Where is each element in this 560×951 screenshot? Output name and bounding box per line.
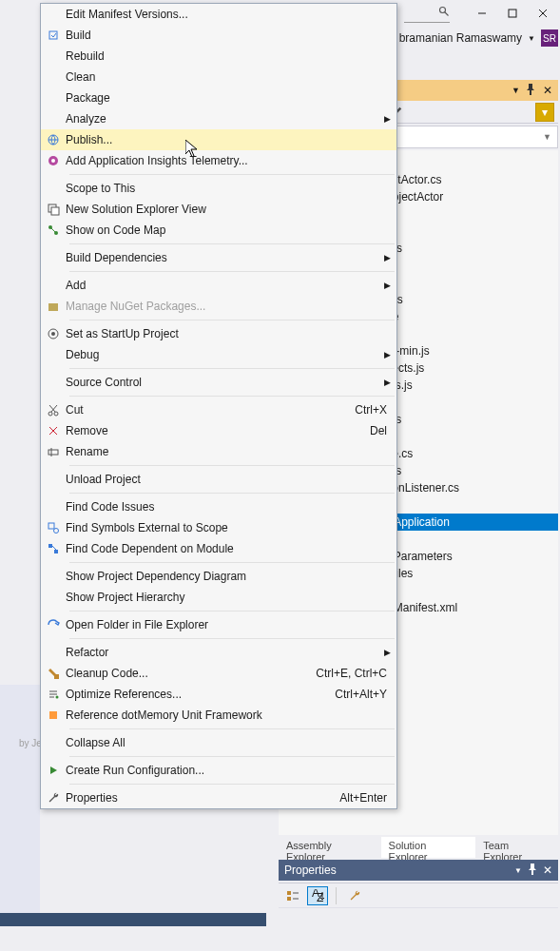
menu-item[interactable]: Debug▶ [41, 344, 396, 365]
menu-item[interactable]: Add▶ [41, 275, 396, 296]
close-panel-button[interactable]: ✕ [543, 864, 552, 877]
tab-team-explorer[interactable]: Team Explorer [475, 837, 558, 858]
svg-point-78 [54, 529, 59, 534]
alphabetical-button[interactable]: AZ [307, 886, 328, 905]
menu-item[interactable]: Find Symbols External to Scope [41, 517, 396, 538]
props-icon [41, 791, 66, 805]
chevron-down-icon: ▼ [528, 34, 535, 43]
menu-item[interactable]: Unload Project [41, 469, 396, 490]
menu-item-label: Find Code Issues [66, 500, 396, 514]
menu-item-label: Scope to This [66, 182, 396, 195]
svg-point-86 [56, 696, 59, 699]
menu-item[interactable]: Build [41, 25, 396, 46]
chevron-down-icon[interactable]: ▼ [512, 86, 520, 95]
menu-item[interactable]: Find Code Dependent on Module [41, 538, 396, 559]
menu-item-label: Show Project Hierarchy [66, 591, 396, 604]
menu-item[interactable]: Open Folder in File Explorer [41, 614, 396, 635]
menu-item[interactable]: Edit Manifest Versions... [41, 4, 396, 25]
menu-item-shortcut: Del [370, 424, 396, 437]
submenu-arrow-icon: ▶ [384, 648, 391, 657]
menu-item[interactable]: CutCtrl+X [41, 399, 396, 420]
close-button[interactable] [528, 2, 558, 25]
menu-item[interactable]: Source Control▶ [41, 372, 396, 393]
menu-item[interactable]: Publish... [41, 129, 396, 150]
menu-item-label: Reference dotMemory Unit Framework [66, 708, 396, 722]
menu-item-shortcut: Alt+Enter [339, 791, 396, 805]
tab-assembly-explorer[interactable]: Assembly Explorer [279, 837, 381, 858]
menu-item[interactable]: Refactor▶ [41, 642, 396, 663]
menu-item-shortcut: Ctrl+X [355, 403, 396, 417]
menu-item[interactable]: Set as StartUp Project [41, 323, 396, 344]
close-panel-button[interactable]: ✕ [541, 84, 554, 97]
menu-item[interactable]: Create Run Configuration... [41, 760, 396, 781]
menu-item[interactable]: Cleanup Code...Ctrl+E, Ctrl+C [41, 663, 396, 684]
submenu-arrow-icon: ▶ [384, 378, 391, 387]
finddep-icon [41, 542, 66, 555]
maximize-button[interactable] [497, 2, 528, 25]
pin-icon[interactable] [528, 864, 537, 878]
menu-item[interactable]: Package [41, 87, 396, 108]
remove-icon [41, 424, 66, 437]
menu-item-shortcut: Ctrl+Alt+Y [335, 688, 396, 701]
toolbar-overflow-button[interactable]: ▾ [535, 103, 554, 122]
publish-icon [41, 133, 66, 146]
menu-item[interactable]: Analyze▶ [41, 108, 396, 129]
svg-rect-51 [287, 897, 291, 901]
menu-item-label: Open Folder in File Explorer [66, 618, 396, 631]
menu-item-shortcut: Ctrl+E, Ctrl+C [316, 667, 396, 680]
menu-item[interactable]: Show on Code Map [41, 220, 396, 241]
ai-icon [41, 154, 66, 167]
menu-item-label: Add Application Insights Telemetry... [66, 154, 396, 167]
menu-item[interactable]: Scope to This [41, 178, 396, 199]
rename-icon [41, 445, 66, 458]
title-search[interactable] [404, 6, 450, 23]
menu-item[interactable]: Find Code Issues [41, 496, 396, 517]
user-badge: SR [541, 29, 558, 47]
cut-icon [41, 403, 66, 417]
categorized-button[interactable] [282, 886, 303, 905]
menu-item[interactable]: Reference dotMemory Unit Framework [41, 705, 396, 726]
explorer-tabs: Assembly Explorer Solution Explorer Team… [279, 837, 558, 858]
user-menu[interactable]: bramanian Ramaswamy ▼ SR [399, 29, 558, 48]
minimize-button[interactable] [467, 2, 497, 25]
openfolder-icon [41, 618, 66, 631]
menu-item[interactable]: Add Application Insights Telemetry... [41, 150, 396, 171]
svg-point-69 [48, 412, 52, 416]
menu-item[interactable]: Show Project Dependency Diagram [41, 566, 396, 587]
chevron-down-icon: ▼ [543, 132, 551, 142]
menu-item-label: Cut [66, 403, 355, 417]
menu-item[interactable]: Rename [41, 441, 396, 462]
newview-icon [41, 203, 66, 216]
dotmem-icon [41, 708, 66, 722]
menu-item-label: Rebuild [66, 49, 396, 63]
menu-item[interactable]: RemoveDel [41, 420, 396, 441]
menu-item-label: New Solution Explorer View [66, 203, 396, 216]
menu-item-label: Collapse All [66, 736, 396, 749]
wrench-icon[interactable] [344, 886, 365, 905]
svg-point-0 [440, 8, 446, 13]
menu-item[interactable]: Collapse All [41, 732, 396, 753]
menu-item[interactable]: Clean [41, 67, 396, 87]
menu-item-label: Package [66, 91, 396, 105]
menu-item[interactable]: New Solution Explorer View [41, 199, 396, 220]
menu-item[interactable]: PropertiesAlt+Enter [41, 787, 396, 808]
svg-rect-77 [48, 523, 54, 529]
menu-item[interactable]: Build Dependencies▶ [41, 247, 396, 268]
chevron-down-icon[interactable]: ▼ [514, 866, 522, 875]
properties-header: Properties ▼ ✕ [279, 860, 558, 881]
menu-item-label: Add [66, 279, 396, 292]
submenu-arrow-icon: ▶ [384, 114, 391, 124]
submenu-arrow-icon: ▶ [384, 253, 391, 262]
menu-item[interactable]: Optimize References...Ctrl+Alt+Y [41, 684, 396, 705]
tab-solution-explorer[interactable]: Solution Explorer [381, 837, 476, 858]
menu-item[interactable]: Rebuild [41, 46, 396, 67]
menu-item-label: Set as StartUp Project [66, 327, 396, 340]
svg-rect-80 [54, 550, 58, 553]
menu-item-label: Remove [66, 424, 370, 437]
menu-item-label: Debug [66, 348, 396, 361]
findsym-icon [41, 521, 66, 534]
user-name: bramanian Ramaswamy [399, 31, 522, 45]
menu-item-label: Optimize References... [66, 688, 335, 701]
menu-item[interactable]: Show Project Hierarchy [41, 587, 396, 608]
pin-icon[interactable] [524, 84, 537, 98]
